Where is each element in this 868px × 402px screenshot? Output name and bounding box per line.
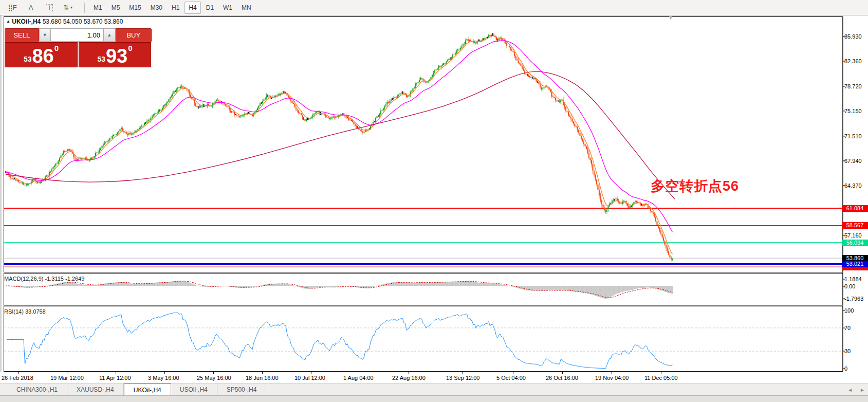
drawing-tool-group: ⣿FAT⇅▾ bbox=[3, 2, 77, 14]
symbol-header: ▲ UKOil-,H4 53.680 54.050 53.670 53.860 bbox=[6, 18, 123, 25]
chart-tab-china300h1[interactable]: CHINA300-,H1 bbox=[7, 383, 67, 396]
text-box-tool-icon[interactable]: T bbox=[41, 2, 58, 14]
chart-tab-bar: CHINA300-,H1XAUUSD-,H4UKOil-,H4USOil-,H4… bbox=[0, 383, 868, 396]
time-axis-label: 3 May 16:00 bbox=[148, 375, 179, 381]
sell-price-big: 86 bbox=[32, 47, 53, 65]
macd-axis-label: -1.7963 bbox=[844, 296, 868, 302]
buy-price-small: 53 bbox=[97, 55, 105, 63]
price-tick-label: 75.150 bbox=[844, 108, 868, 114]
time-axis: 26 Feb 201819 Mar 12:0011 Apr 12:003 May… bbox=[0, 372, 868, 383]
time-axis-tick bbox=[562, 372, 563, 374]
sell-button[interactable]: SELL bbox=[5, 28, 39, 42]
timeframe-button-d1[interactable]: D1 bbox=[202, 2, 218, 14]
price-level-badge: 61.084 bbox=[842, 205, 868, 212]
price-level-badge: 58.567 bbox=[842, 222, 868, 229]
rsi-title: RSI(14) 33.0758 bbox=[4, 308, 46, 315]
chart-tab-usoilh4[interactable]: USOil-,H4 bbox=[171, 383, 217, 396]
price-level-badge: 53.021 bbox=[842, 261, 868, 267]
time-axis-tick bbox=[463, 372, 463, 374]
time-axis-tick bbox=[360, 372, 360, 374]
price-tick-label: 71.510 bbox=[844, 133, 868, 139]
time-axis-tick bbox=[18, 372, 19, 374]
toolbar: ⣿FAT⇅▾ M1M5M15M30H1H4D1W1MN bbox=[0, 0, 868, 15]
time-axis-label: 1 Aug 04:00 bbox=[343, 375, 374, 381]
chart-shift-marker-icon: ▼ bbox=[668, 15, 673, 21]
timeframe-button-m30[interactable]: M30 bbox=[146, 2, 167, 14]
rsi-axis-label: 100 bbox=[844, 307, 868, 314]
status-bar bbox=[0, 395, 868, 402]
macd-title: MACD(12,26,9) -1.3115 -1.2649 bbox=[4, 276, 84, 282]
time-axis-tick bbox=[213, 372, 214, 374]
price-tick-label: 64.370 bbox=[844, 182, 868, 189]
toolbar-separator bbox=[84, 3, 85, 13]
timeframe-button-h1[interactable]: H1 bbox=[168, 2, 183, 14]
time-axis-label: 26 Oct 16:00 bbox=[546, 375, 578, 381]
volume-decrease-button[interactable]: ▼ bbox=[39, 28, 51, 42]
buy-price-big: 93 bbox=[106, 47, 127, 65]
timeframe-button-mn[interactable]: MN bbox=[237, 2, 255, 14]
time-axis-label: 5 Oct 04:00 bbox=[496, 375, 526, 381]
symbol-ohlc: 53.680 54.050 53.670 53.860 bbox=[43, 18, 123, 25]
time-axis-tick bbox=[661, 372, 661, 374]
price-tick-label: 82.360 bbox=[844, 58, 868, 64]
timeframe-button-m5[interactable]: M5 bbox=[107, 2, 124, 14]
sell-price-small: 53 bbox=[24, 55, 32, 63]
chart-annotation: 多空转折点56 bbox=[651, 177, 739, 195]
macd-axis-label: 0.00 bbox=[844, 283, 868, 289]
timeframe-button-m15[interactable]: M15 bbox=[125, 2, 145, 14]
price-tick-label: 67.940 bbox=[844, 158, 868, 164]
rsi-panel-svg[interactable] bbox=[2, 306, 868, 372]
time-axis-tick bbox=[164, 372, 165, 374]
time-axis-tick bbox=[311, 372, 311, 374]
time-axis-label: 26 Feb 2018 bbox=[2, 375, 33, 381]
time-axis-label: 19 Nov 04:00 bbox=[595, 375, 629, 381]
volume-increase-button[interactable]: ▲ bbox=[103, 28, 116, 42]
chart-tab-ukoilh4[interactable]: UKOil-,H4 bbox=[124, 383, 171, 396]
buy-button[interactable]: BUY bbox=[116, 28, 152, 42]
sell-price-sup: 0 bbox=[54, 44, 59, 52]
timeframe-button-m1[interactable]: M1 bbox=[89, 2, 106, 14]
time-axis-label: 11 Dec 05:00 bbox=[644, 375, 678, 381]
sell-quote-button[interactable]: 53 86 0 bbox=[5, 42, 78, 67]
time-axis-tick bbox=[513, 372, 513, 374]
time-axis-tick bbox=[116, 372, 116, 374]
time-axis-label: 22 Aug 16:00 bbox=[392, 375, 426, 381]
cursor-mode-tool-icon[interactable]: ⇅▾ bbox=[59, 2, 77, 14]
symbol-collapse-icon[interactable]: ▲ bbox=[6, 19, 10, 24]
macd-axis-label: 1.1884 bbox=[844, 276, 868, 282]
price-tick-label: 85.930 bbox=[844, 33, 868, 40]
time-axis-tick bbox=[67, 372, 67, 374]
price-tick-label: 78.720 bbox=[844, 83, 868, 89]
time-axis-label: 11 Apr 12:00 bbox=[99, 375, 131, 381]
volume-input[interactable] bbox=[51, 28, 103, 42]
chart-tab-sp500h4[interactable]: SP500-,H4 bbox=[217, 383, 267, 396]
time-axis-label: 13 Sep 12:00 bbox=[446, 375, 479, 381]
time-axis-label: 25 May 16:00 bbox=[197, 375, 231, 381]
price-tick-label: 57.160 bbox=[844, 232, 868, 239]
chart-window bbox=[0, 15, 868, 402]
indicator-grid-tool-icon[interactable]: ⣿F bbox=[4, 2, 21, 14]
rsi-axis-label: 70 bbox=[844, 325, 868, 331]
macd-panel-svg[interactable] bbox=[2, 273, 868, 306]
timeframe-group: M1M5M15M30H1H4D1W1MN bbox=[89, 2, 256, 14]
time-axis-tick bbox=[409, 372, 409, 374]
buy-price-sup: 0 bbox=[128, 44, 132, 52]
symbol-name: UKOil-,H4 bbox=[12, 18, 41, 25]
time-axis-tick bbox=[612, 372, 612, 374]
time-axis-tick bbox=[262, 372, 263, 374]
price-level-badge: 56.094 bbox=[842, 240, 868, 246]
chart-tab-xauusdh4[interactable]: XAUUSD-,H4 bbox=[67, 383, 124, 396]
timeframe-button-h4[interactable]: H4 bbox=[184, 2, 200, 14]
text-label-tool-icon[interactable]: A bbox=[22, 2, 40, 14]
buy-quote-button[interactable]: 53 93 0 bbox=[79, 42, 151, 67]
tab-scroll-right-icon[interactable]: ► bbox=[860, 387, 865, 393]
time-axis-label: 10 Jul 12:00 bbox=[294, 375, 325, 381]
timeframe-button-w1[interactable]: W1 bbox=[219, 2, 236, 14]
one-click-trade-panel: SELL ▼ ▲ BUY 53 86 0 53 93 0 bbox=[5, 28, 152, 67]
time-axis-label: 19 Mar 12:00 bbox=[50, 375, 84, 381]
tab-scroll-left-icon[interactable]: ◄ bbox=[847, 387, 853, 393]
time-axis-label: 18 Jun 16:00 bbox=[246, 375, 279, 381]
rsi-axis-label: 30 bbox=[844, 348, 868, 354]
price-level-badge bbox=[842, 267, 868, 270]
rsi-axis-label: 0 bbox=[844, 366, 868, 372]
